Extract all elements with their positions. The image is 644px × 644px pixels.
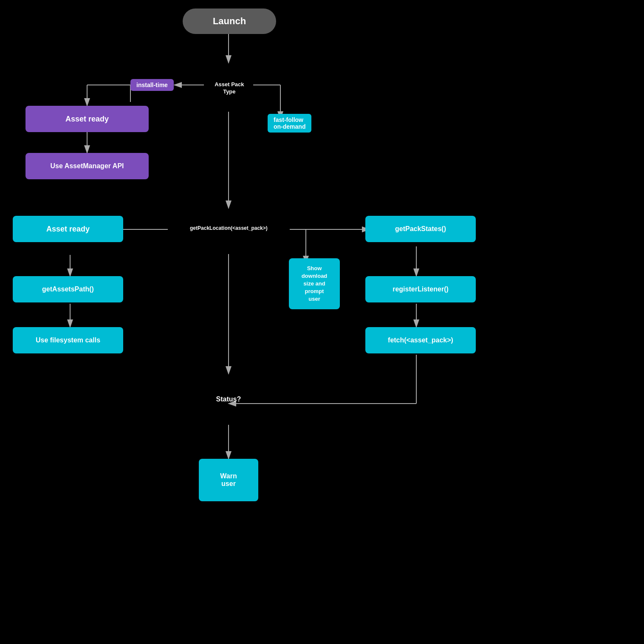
- status-diamond: Status?: [199, 374, 258, 425]
- asset-ready-2-label: Asset ready: [46, 225, 90, 234]
- show-download: Show download size and prompt user: [289, 258, 340, 309]
- use-filesystem-calls: Use filesystem calls: [13, 327, 123, 353]
- install-time-label: install-time: [130, 79, 174, 91]
- register-listener: registerListener(): [365, 276, 476, 302]
- get-assets-path-label: getAssetsPath(): [42, 285, 94, 293]
- launch-node: Launch: [183, 8, 276, 34]
- warn-user: Warn user: [199, 459, 258, 501]
- use-asset-manager-api: Use AssetManager API: [25, 153, 149, 179]
- asset-ready-1-label: Asset ready: [65, 115, 109, 124]
- fast-follow-label: fast-follow on-demand: [268, 114, 311, 133]
- get-pack-states-label: getPackStates(): [395, 225, 446, 233]
- status-label: Status?: [216, 395, 241, 404]
- asset-ready-1: Asset ready: [25, 106, 149, 132]
- register-listener-label: registerListener(): [393, 285, 449, 293]
- use-filesystem-label: Use filesystem calls: [36, 336, 100, 344]
- launch-label: Launch: [213, 16, 246, 27]
- asset-pack-type-diamond: Asset Pack Type: [200, 63, 259, 114]
- get-assets-path: getAssetsPath(): [13, 276, 123, 302]
- get-pack-states: getPackStates(): [365, 216, 476, 242]
- get-pack-location-label: getPackLocation(<asset_pack>): [190, 225, 268, 232]
- show-download-label: Show download size and prompt user: [302, 265, 328, 303]
- fetch-asset-pack-label: fetch(<asset_pack>): [388, 336, 453, 344]
- asset-pack-type-label: Asset Pack Type: [215, 81, 244, 96]
- fast-follow-text: fast-follow on-demand: [274, 116, 305, 130]
- install-time-text: install-time: [136, 82, 168, 88]
- warn-user-label: Warn user: [220, 472, 237, 488]
- fetch-asset-pack: fetch(<asset_pack>): [365, 327, 476, 353]
- asset-ready-2: Asset ready: [13, 216, 123, 242]
- use-asset-manager-label: Use AssetManager API: [50, 162, 124, 170]
- get-pack-location-diamond: getPackLocation(<asset_pack>): [166, 203, 291, 254]
